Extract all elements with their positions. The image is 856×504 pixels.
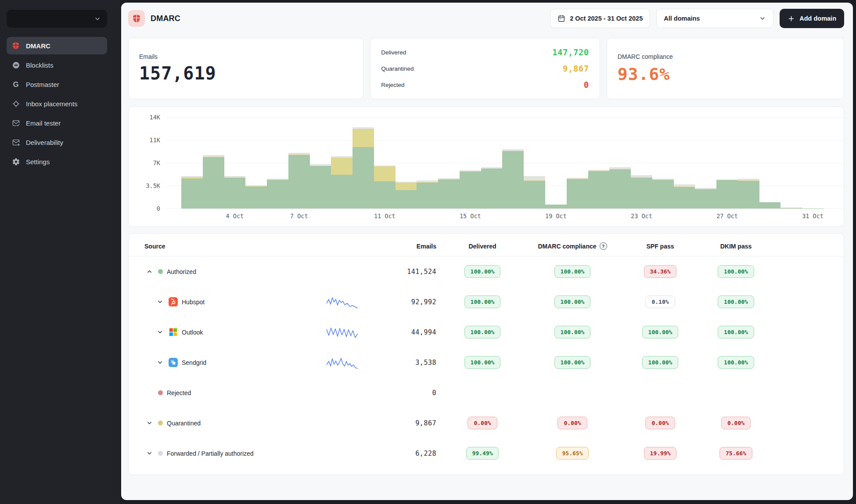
table-row-quarantined: Quarantined9,8670.00%0.00%0.00%0.00% (129, 408, 844, 438)
spf-pass-cell: 0.10% (645, 295, 675, 308)
bar-18-oct[interactable] (524, 176, 545, 209)
dkim-pass-cell: 100.00% (718, 356, 754, 369)
chevron-down-icon[interactable] (155, 297, 165, 307)
breakdown-value: 0 (584, 80, 589, 90)
bar-21-oct[interactable] (588, 170, 610, 209)
dmarc-compliance-badge: 0.00% (557, 417, 587, 429)
source-cell: Quarantined (144, 418, 316, 428)
segment-delivered (609, 169, 631, 209)
bar-9-oct[interactable] (331, 156, 352, 209)
bar-3-oct[interactable] (203, 155, 224, 209)
bar-15-oct[interactable] (460, 170, 481, 209)
dkim-pass-cell: 100.00% (718, 326, 754, 338)
sidebar-item-label: Inbox placements (26, 100, 78, 108)
sidebar-item-blocklists[interactable]: Blocklists (7, 56, 107, 74)
dkim-pass-badge: 100.00% (718, 326, 754, 338)
bar-2-oct[interactable] (181, 176, 203, 209)
stat-cards: Emails 157,619 Delivered147,720Quarantin… (128, 38, 844, 99)
bar-19-oct[interactable] (545, 205, 567, 209)
segment-delivered (438, 180, 460, 209)
sidebar-item-dmarc[interactable]: DMARC (7, 37, 107, 54)
segment-delivered (695, 189, 716, 209)
dmarc-compliance-cell: 100.00% (554, 356, 591, 369)
segment-other (524, 176, 545, 181)
workspace-select[interactable] (7, 10, 107, 28)
domain-filter-value: All domains (664, 15, 700, 22)
dkim-pass-badge: 0.00% (721, 417, 751, 429)
bar-25-oct[interactable] (674, 184, 695, 209)
page-title: DMARC (151, 14, 180, 23)
bar-10-oct[interactable] (352, 127, 374, 209)
segment-delivered (224, 178, 246, 209)
bar-27-oct[interactable] (716, 180, 738, 209)
table-row-authorized: Authorized141,524100.00%100.00%34.36%100… (129, 256, 844, 287)
segment-delivered (288, 155, 310, 209)
app-root: DMARCBlocklistsGPostmasterInbox placemen… (0, 0, 856, 504)
chevron-down-icon (759, 15, 766, 22)
table-row-forwarded: Forwarded / Partially authorized6,22899.… (129, 438, 844, 468)
bar-24-oct[interactable] (652, 179, 674, 209)
help-icon[interactable]: ? (600, 242, 607, 250)
dkim-pass-cell: 0.00% (721, 417, 751, 429)
segment-delivered (567, 179, 588, 209)
plus-icon (788, 15, 795, 22)
date-range-label: 2 Oct 2025 - 31 Oct 2025 (570, 15, 643, 22)
topbar-controls: 2 Oct 2025 - 31 Oct 2025 All domains Add… (550, 9, 844, 28)
bar-12-oct[interactable] (396, 182, 417, 209)
sidebar-item-inbox-placements[interactable]: Inbox placements (7, 95, 107, 112)
segment-delivered (652, 180, 674, 209)
table-row-rejected: Rejected0 (129, 378, 844, 408)
chart-y-axis: 03.5K7K11K14K (129, 117, 166, 209)
segment-delivered (310, 166, 331, 209)
bar-13-oct[interactable] (417, 180, 438, 209)
segment-delivered (352, 147, 374, 209)
chevron-down-icon[interactable] (155, 358, 165, 367)
bar-6-oct[interactable] (267, 179, 288, 209)
delivered-badge: 100.00% (464, 326, 501, 338)
source-cell: Outlook (144, 328, 316, 337)
y-tick-label: 0 (157, 205, 160, 212)
sidebar-item-deliverability[interactable]: Deliverability (7, 133, 107, 151)
bar-29-oct[interactable] (759, 202, 781, 209)
x-tick-label: 4 Oct (226, 212, 244, 220)
chevron-down-icon[interactable] (144, 449, 154, 458)
col-header-delivered: Delivered (436, 243, 529, 250)
chevron-down-icon[interactable] (155, 328, 165, 337)
date-range-button[interactable]: 2 Oct 2025 - 31 Oct 2025 (550, 9, 650, 28)
bar-20-oct[interactable] (567, 178, 588, 209)
bar-22-oct[interactable] (609, 167, 631, 209)
source-cell: Sendgrid (144, 358, 316, 367)
gear-icon (11, 157, 20, 166)
bar-28-oct[interactable] (738, 179, 759, 209)
delivered-cell: 100.00% (464, 295, 501, 308)
bar-16-oct[interactable] (481, 167, 503, 209)
source-label: Authorized (167, 268, 196, 275)
segment-delivered (417, 183, 438, 209)
segment-delivered (396, 190, 417, 209)
sources-table-body: Authorized141,524100.00%100.00%34.36%100… (129, 256, 844, 468)
source-label: Hubspot (182, 299, 205, 306)
bar-14-oct[interactable] (438, 178, 460, 209)
segment-delivered (524, 181, 545, 209)
delivered-cell: 0.00% (468, 417, 497, 429)
segment-delivered (588, 171, 610, 209)
domain-filter-select[interactable]: All domains (656, 9, 773, 28)
sidebar-item-postmaster[interactable]: GPostmaster (7, 76, 107, 93)
sidebar-item-settings[interactable]: Settings (7, 153, 107, 170)
bar-8-oct[interactable] (310, 164, 331, 209)
bar-4-oct[interactable] (224, 176, 246, 209)
bar-5-oct[interactable] (245, 185, 267, 209)
sidebar: DMARCBlocklistsGPostmasterInbox placemen… (0, 0, 120, 504)
chevron-up-icon[interactable] (144, 267, 154, 277)
bar-17-oct[interactable] (502, 149, 524, 209)
sidebar-item-email-tester[interactable]: Email tester (7, 114, 107, 132)
add-domain-button[interactable]: Add domain (780, 9, 844, 28)
bar-11-oct[interactable] (374, 166, 396, 209)
bar-23-oct[interactable] (631, 175, 652, 209)
chevron-down-icon[interactable] (144, 418, 154, 428)
bar-26-oct[interactable] (695, 188, 716, 209)
sendgrid-icon (169, 358, 178, 367)
emails-value: 6,228 (415, 450, 436, 457)
bar-7-oct[interactable] (288, 153, 310, 209)
source-cell: Authorized (144, 267, 316, 277)
